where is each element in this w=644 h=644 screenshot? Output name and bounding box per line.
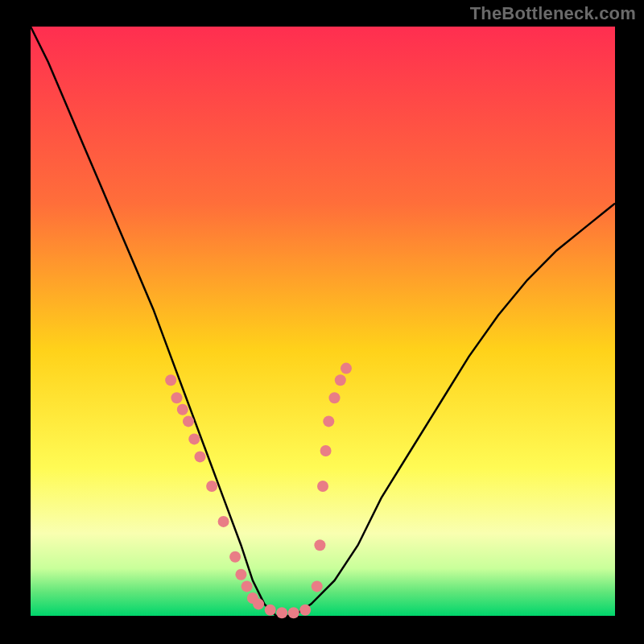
sample-point	[188, 433, 200, 444]
sample-point	[242, 580, 253, 592]
sample-point	[265, 605, 276, 616]
watermark-text: TheBottleneck.com	[470, 3, 636, 24]
sample-point	[314, 539, 325, 551]
sample-point	[312, 580, 323, 592]
sample-point	[288, 607, 299, 618]
sample-point	[329, 392, 341, 403]
sample-point	[335, 374, 346, 386]
sample-point	[177, 404, 188, 415]
sample-point	[320, 445, 332, 456]
sample-point	[276, 607, 287, 618]
sample-point	[165, 374, 176, 386]
chart-frame: TheBottleneck.com	[0, 0, 644, 644]
sample-point	[206, 481, 217, 492]
sample-point	[218, 516, 229, 527]
sample-point	[229, 551, 241, 563]
sample-point	[195, 451, 206, 462]
bottleneck-plot	[0, 0, 644, 644]
plot-area	[31, 27, 615, 616]
sample-point	[341, 363, 352, 374]
sample-point	[317, 481, 328, 492]
sample-point	[323, 415, 334, 427]
sample-point	[235, 569, 246, 580]
sample-point	[299, 605, 311, 616]
sample-point	[253, 598, 264, 609]
sample-point	[171, 392, 183, 403]
sample-point	[183, 415, 194, 427]
